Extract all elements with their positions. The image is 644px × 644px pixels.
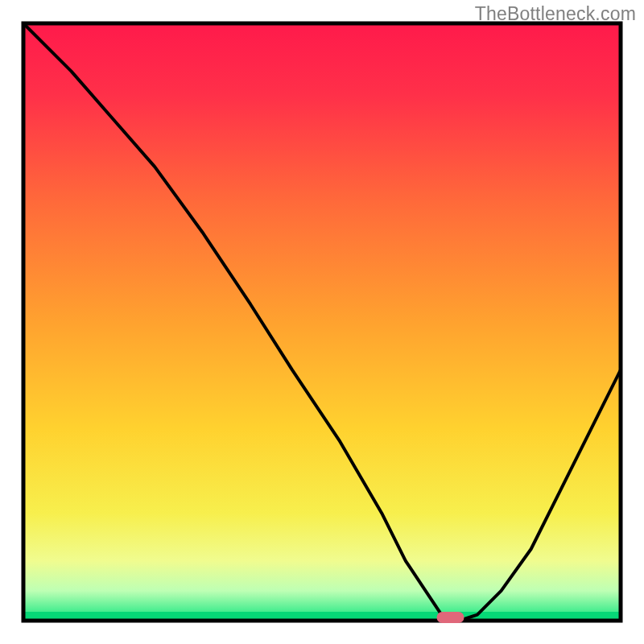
watermark-text: TheBottleneck.com [475, 3, 636, 25]
plot-area [23, 23, 621, 621]
bottleneck-chart [0, 0, 644, 644]
optimal-marker [437, 612, 464, 623]
chart-canvas: TheBottleneck.com [0, 0, 644, 644]
gradient-background [23, 23, 621, 621]
